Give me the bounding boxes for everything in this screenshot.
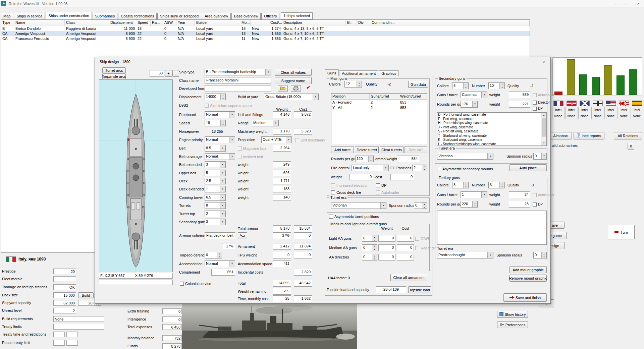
topside-load-button[interactable]: Topside load (408, 286, 431, 293)
listbox-scrollbar[interactable]: ▲ ▼ (541, 113, 546, 146)
belt-extended-select[interactable]: 3▼ (205, 161, 226, 168)
main-autoloader-checkbox[interactable]: Autoloader (376, 190, 399, 195)
zoom-in-button[interactable]: + (165, 70, 172, 77)
mount-position-item[interactable]: F - Port wing, casemate (437, 117, 546, 121)
tab-coastal-fortifications[interactable]: Coastal fortifications (118, 13, 157, 19)
radar-dir-checkbox[interactable]: Radar dir (415, 246, 436, 250)
add-mount-graphic-button[interactable]: Add mount graphic (509, 266, 547, 273)
medium-aa-spinner[interactable]: 0▲▼ (362, 244, 377, 251)
chevron-down-icon[interactable]: ▼ (220, 202, 225, 209)
secondary-guns-count-select[interactable]: 3▼ (205, 219, 226, 225)
column-header[interactable]: Bl.. (346, 20, 357, 26)
ter-sponson-spinner[interactable]: 0▲▼ (533, 252, 547, 258)
sec-autoloader-checkbox[interactable]: Autoloader (533, 93, 554, 98)
chevron-down-icon[interactable]: ▼ (220, 186, 225, 192)
chevron-down-icon[interactable]: ▼ (220, 162, 225, 168)
turret-col-weight[interactable]: Weight/turret (399, 94, 427, 99)
propulsion-select[interactable]: Coal + VTE▼ (261, 136, 292, 143)
clear-all-armament-button[interactable]: Clear all armament (390, 274, 427, 281)
asymmetric-secondary-checkbox[interactable]: Asymmetric secondary mounts (437, 167, 493, 171)
print-button[interactable] (291, 85, 301, 92)
column-header[interactable]: Commandin... (370, 20, 403, 26)
spinner-arrows-icon[interactable]: ▲▼ (472, 101, 477, 107)
deck-select[interactable]: 2.5▼ (205, 178, 226, 184)
inclined-belt-checkbox[interactable]: Inclined belt (238, 155, 263, 159)
main-turret-era-select[interactable]: Victorian▼ (331, 202, 386, 209)
aluminium-superstructure-checkbox[interactable]: Aluminium superstructure (205, 103, 252, 108)
chevron-down-icon[interactable]: ▼ (229, 261, 235, 267)
intel-reports-button[interactable]: Intel reports (574, 132, 604, 139)
column-header[interactable]: ASW (163, 20, 176, 26)
rebuild-button[interactable]: Rebuild? (405, 146, 427, 153)
ship-row[interactable]: BEnrico DandoloRuggiero di Lauria11 0001… (1, 26, 530, 31)
mount-position-item[interactable]: J - Port wing, casemate (437, 125, 546, 130)
torp-arcs-button[interactable]: Torp/msle arcs (102, 73, 126, 79)
chevron-down-icon[interactable]: ▼ (380, 202, 386, 209)
sec-guns-turret-select[interactable]: Casemat▼ (461, 92, 487, 98)
chevron-down-icon[interactable]: ▼ (220, 145, 225, 151)
suggest-name-button[interactable]: Suggest name (275, 77, 312, 84)
delete-turret-button[interactable]: Delete turret (355, 146, 379, 153)
gun-data-button[interactable]: Gun data (408, 81, 428, 88)
turret-table[interactable]: Position Guns/turret Weight/turret A - F… (331, 93, 427, 144)
chevron-down-icon[interactable]: ▼ (313, 94, 318, 100)
spinner-arrows-icon[interactable]: ▲▼ (499, 182, 504, 188)
tertiary-positions-listbox[interactable] (437, 211, 547, 245)
sec-number-spinner[interactable]: 10▲▼ (488, 82, 505, 89)
ter-dp-checkbox[interactable]: DP (533, 202, 543, 207)
maximize-button[interactable]: □ (621, 0, 633, 7)
mount-position-item[interactable]: K - Starboard wing, casemate (437, 138, 546, 142)
armour-scheme-picker-button[interactable] (238, 232, 247, 239)
chevron-down-icon[interactable]: ▼ (286, 137, 291, 143)
turret-arcs-button[interactable]: Turret arcs (102, 67, 126, 73)
column-header[interactable]: Year (176, 20, 195, 26)
ter-rounds-spinner[interactable]: 220▲▼ (461, 201, 478, 208)
unit-machinery-checkbox[interactable]: Unit machinery (295, 138, 325, 142)
column-header[interactable]: Speed (136, 20, 151, 26)
spinner-arrows-icon[interactable]: ▲▼ (220, 94, 225, 100)
auto-place-button[interactable]: Auto place (509, 164, 547, 171)
ship-type-select[interactable]: B - Pre dreadnought battleship▼ (205, 69, 271, 75)
tab-map[interactable]: Map (1, 13, 13, 19)
asymmetric-turret-positions-checkbox[interactable]: Asymmetric turret positions (329, 214, 379, 219)
spinner-arrows-icon[interactable]: ▲▼ (472, 201, 477, 207)
mount-position-item[interactable]: H - Port midships wing, casemate (437, 121, 546, 125)
tab-area-overview[interactable]: Area overview (202, 13, 231, 19)
ciws-checkbox[interactable]: CIWS (415, 236, 430, 241)
spinner-arrows-icon[interactable]: ▲▼ (368, 156, 373, 162)
chevron-down-icon[interactable]: ▼ (229, 112, 235, 118)
chevron-down-icon[interactable]: ▼ (265, 69, 271, 75)
conning-tower-select[interactable]: 6.5▼ (205, 194, 226, 201)
spinner-arrows-icon[interactable]: ▲▼ (499, 83, 504, 89)
accomodation-select[interactable]: Normal▼ (205, 260, 235, 267)
ship-row[interactable]: CAAmerigo VespucciAmerigo Vespucci8 9002… (1, 31, 530, 36)
ter-number-spinner[interactable]: 6▲▼ (488, 182, 505, 188)
aa-directors-spinner[interactable]: 0▲▼ (362, 254, 377, 260)
secondary-positions-listbox[interactable]: D - Port forward wing, casemateF - Port … (437, 112, 547, 146)
sec-dp-checkbox[interactable]: DP (533, 106, 543, 111)
main-rounds-spinner[interactable]: 120▲▼ (355, 156, 374, 162)
chevron-down-icon[interactable]: ▼ (220, 170, 225, 176)
belt-select[interactable]: 8.5▼ (205, 145, 226, 152)
main-sponson-spinner[interactable]: 0▲▼ (414, 202, 427, 209)
sec-rounds-spinner[interactable]: 176▲▼ (461, 101, 478, 108)
spinner-arrows-icon[interactable]: ▲▼ (541, 153, 546, 159)
ter-guns-turret-select[interactable]: 1▼ (461, 191, 487, 198)
chevron-down-icon[interactable]: ▼ (229, 154, 235, 160)
deck-extended-select[interactable]: 1▼ (205, 186, 226, 192)
sec-calibre-spinner[interactable]: 6▲▼ (452, 82, 469, 89)
spinner-arrows-icon[interactable]: ▲▼ (422, 165, 427, 171)
chevron-down-icon[interactable]: ▼ (487, 153, 493, 159)
magazine-box-checkbox[interactable]: Magazine box (238, 146, 266, 151)
save-and-finish-button[interactable]: Save and finish (503, 293, 547, 302)
spinner-arrows-icon[interactable]: ▲▼ (463, 83, 468, 89)
ter-autoloader-checkbox[interactable]: Autoloader (533, 193, 554, 197)
spinner-arrows-icon[interactable]: ▲▼ (372, 254, 377, 260)
preferences-button[interactable]: Preferences (497, 321, 528, 328)
intel-cell[interactable]: Intel (591, 107, 604, 113)
column-header[interactable]: - (251, 20, 269, 26)
almanac-button[interactable]: Almanac (549, 132, 572, 139)
scroll-up-icon[interactable]: ▲ (541, 113, 546, 117)
column-header[interactable]: Div (357, 20, 370, 26)
tab-officers[interactable]: Officers (261, 13, 279, 19)
